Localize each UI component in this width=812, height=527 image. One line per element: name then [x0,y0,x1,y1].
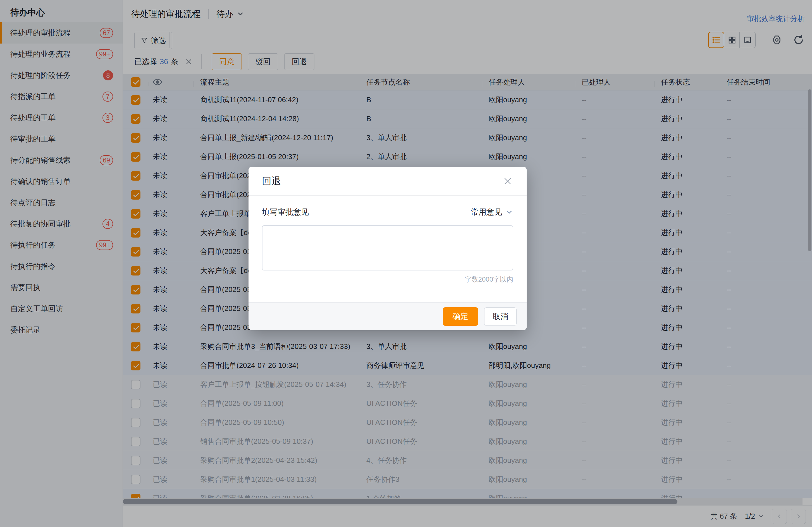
close-icon [503,176,512,186]
opinion-textarea[interactable] [262,225,513,270]
opinion-label: 填写审批意见 [262,207,309,217]
common-opinions-label: 常用意见 [471,207,502,217]
common-opinions-dropdown[interactable]: 常用意见 [471,207,513,217]
dialog-header: 回退 [248,167,527,196]
dialog-footer: 确定 取消 [248,302,527,330]
close-button[interactable] [502,176,513,187]
dialog-body: 填写审批意见 常用意见 字数2000字以内 [248,196,527,284]
dialog-title: 回退 [262,175,281,188]
app-window: 待办中心 待处理的审批流程 67 待处理的业务流程 99+ 待处理的阶段任务 8… [0,0,812,527]
return-dialog: 回退 填写审批意见 常用意见 字数2000字以内 确定 [248,167,527,330]
char-limit-hint: 字数2000字以内 [262,275,513,284]
confirm-button[interactable]: 确定 [443,307,478,326]
chevron-down-icon [505,208,513,216]
cancel-button[interactable]: 取消 [484,307,517,326]
